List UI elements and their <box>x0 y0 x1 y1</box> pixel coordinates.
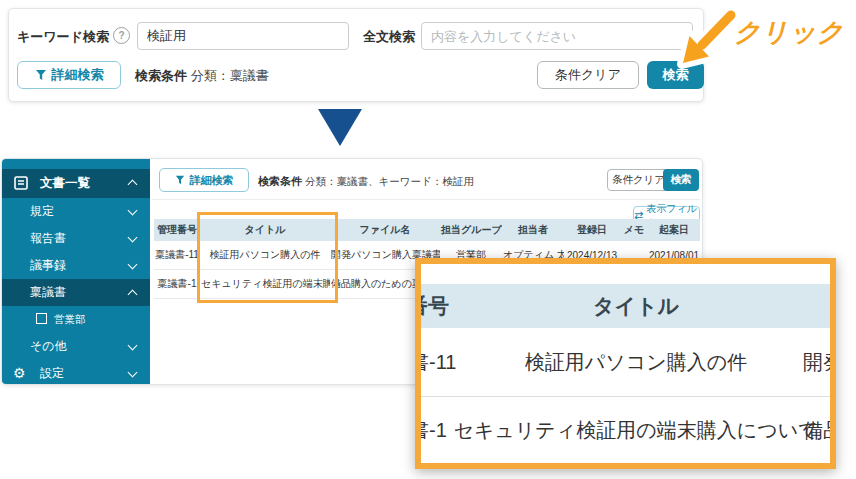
sidebar-item-label: 規定 <box>30 203 54 220</box>
conditions-value: 分類：稟議書 <box>191 68 269 83</box>
advanced-search-label: 詳細検索 <box>52 66 104 84</box>
sidebar-item-label: 議事録 <box>30 257 66 274</box>
cell-id: 稟議書-11 <box>154 241 200 270</box>
col-header-group[interactable]: 担当グループ <box>440 219 502 241</box>
sidebar-item-label: 設定 <box>40 365 64 382</box>
sidebar-item-settings[interactable]: ⚙ 設定 <box>2 360 150 385</box>
sidebar-item-approval-docs[interactable]: 稟議書 <box>2 279 150 306</box>
clear-conditions-button[interactable]: 条件クリア <box>537 61 639 89</box>
click-annotation-label: クリック <box>734 15 844 50</box>
advanced-search-button[interactable]: 詳細検索 <box>17 61 121 89</box>
conditions-label: 検索条件 <box>135 68 187 83</box>
chevron-down-icon <box>128 368 138 378</box>
checkbox-icon[interactable] <box>36 313 47 324</box>
chevron-down-icon <box>128 233 138 243</box>
chevron-down-icon <box>128 341 138 351</box>
advanced-search-label: 詳細検索 <box>190 173 234 188</box>
search-panel: キーワード検索 ? 全文検索 詳細検索 検索条件 分類：稟議書 条件クリア 検索 <box>8 8 704 102</box>
col-header-memo[interactable]: メモ <box>620 219 648 241</box>
chevron-up-icon <box>128 180 138 190</box>
sidebar: 文書一覧 規定 報告書 議事録 稟議書 営業部 <box>2 159 150 384</box>
sidebar-item-label: 稟議書 <box>30 284 66 301</box>
conditions-value: 分類：稟議書、キーワード：検証用 <box>305 175 474 187</box>
zoom-cell-id: 書-11 <box>415 328 456 396</box>
fulltext-search-input[interactable] <box>421 22 693 50</box>
sidebar-item-minutes[interactable]: 議事録 <box>2 252 150 279</box>
conditions-label: 検索条件 <box>258 175 302 187</box>
chevron-up-icon <box>128 290 138 300</box>
zoom-title-header: タイトル <box>471 284 801 328</box>
sidebar-item-sales-dept[interactable]: 営業部 <box>2 306 150 333</box>
flow-down-arrow <box>318 109 362 146</box>
chevron-down-icon <box>128 260 138 270</box>
zoom-cell-filename: 備品購入のための稟議書.pdf <box>803 397 836 463</box>
clear-conditions-button[interactable]: 条件クリア <box>607 169 670 191</box>
chevron-down-icon <box>128 206 138 216</box>
filter-funnel-icon <box>175 175 185 185</box>
document-list-icon <box>14 176 28 193</box>
sidebar-item-document-list[interactable]: 文書一覧 <box>2 169 150 198</box>
col-header-registered[interactable]: 登録日 <box>564 219 620 241</box>
zoomed-table-overlay: 番号 タイトル 書-11 検証用パソコン購入の件 開発パソコン購入稟議書.pdf… <box>415 258 836 469</box>
sidebar-item-label: 文書一覧 <box>40 175 90 192</box>
zoom-cell-id: 書-1 <box>415 397 447 463</box>
col-header-id[interactable]: 管理番号 <box>154 219 200 241</box>
cell-id: 稟議書-1 <box>154 270 200 299</box>
sidebar-item-label: 営業部 <box>54 313 86 327</box>
zoom-cell-title: セキュリティ検証用の端末購入について <box>471 397 801 463</box>
filter-funnel-icon <box>35 69 47 81</box>
col-header-drafted[interactable]: 起案日 <box>648 219 700 241</box>
keyword-search-label: キーワード検索 <box>17 28 109 46</box>
title-column-highlight <box>197 212 338 303</box>
zoom-table-row: 書-11 検証用パソコン購入の件 開発パソコン購入稟議書.pdf <box>421 328 830 396</box>
sidebar-item-label: その他 <box>30 338 67 355</box>
col-header-person[interactable]: 担当者 <box>502 219 564 241</box>
sidebar-item-label: 報告書 <box>30 230 66 247</box>
sidebar-item-reports[interactable]: 報告書 <box>2 225 150 252</box>
help-icon[interactable]: ? <box>113 27 130 44</box>
gear-icon: ⚙ <box>13 365 26 381</box>
screenshot-stage: キーワード検索 ? 全文検索 詳細検索 検索条件 分類：稟議書 条件クリア 検索… <box>0 0 856 479</box>
zoom-table-row: 書-1 セキュリティ検証用の端末購入について 備品購入のための稟議書.pdf <box>421 397 830 463</box>
fulltext-search-label: 全文検索 <box>363 28 415 46</box>
advanced-search-button[interactable]: 詳細検索 <box>159 168 249 192</box>
col-header-filename[interactable]: ファイル名 <box>330 219 440 241</box>
keyword-search-input[interactable] <box>137 22 349 50</box>
search-conditions: 検索条件 分類：稟議書 <box>135 67 269 85</box>
search-conditions: 検索条件 分類：稟議書、キーワード：検証用 <box>258 174 474 189</box>
zoom-id-header: 番号 <box>415 284 449 328</box>
sidebar-item-rules[interactable]: 規定 <box>2 198 150 225</box>
search-button[interactable]: 検索 <box>663 169 699 191</box>
sidebar-item-others[interactable]: その他 <box>2 333 150 360</box>
zoom-cell-title: 検証用パソコン購入の件 <box>471 328 801 396</box>
zoom-cell-filename: 開発パソコン購入稟議書.pdf <box>803 328 836 396</box>
divider <box>152 199 700 200</box>
